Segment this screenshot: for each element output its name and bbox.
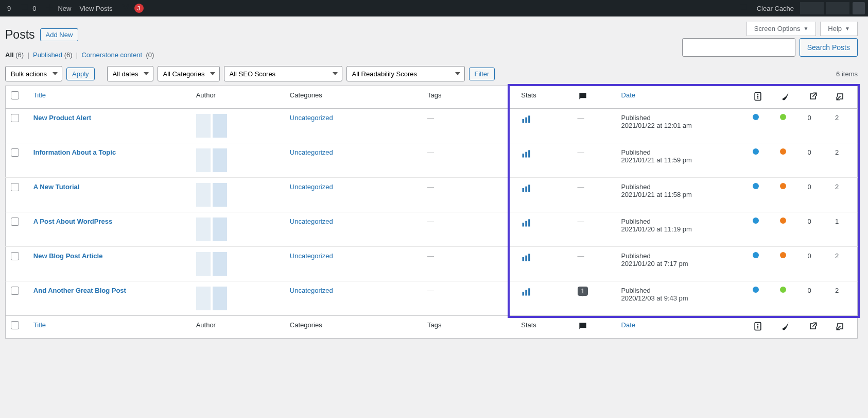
comment-icon bbox=[19, 3, 29, 14]
readability-score-dot bbox=[780, 183, 786, 189]
category-link[interactable]: Uncategorized bbox=[290, 148, 333, 156]
adminbar-notifications[interactable] bbox=[734, 0, 753, 16]
author-avatar bbox=[196, 183, 280, 207]
readability-icon bbox=[780, 91, 790, 103]
svg-point-1 bbox=[757, 94, 758, 95]
select-all-checkbox[interactable] bbox=[11, 91, 19, 99]
filter-all[interactable]: All bbox=[5, 51, 14, 59]
col-title-foot[interactable]: Title bbox=[33, 321, 46, 329]
tags-value: — bbox=[427, 183, 434, 191]
comments-value: — bbox=[578, 148, 584, 156]
category-filter-select[interactable]: All Categories bbox=[158, 66, 220, 81]
incoming-links-icon bbox=[835, 321, 845, 333]
date-status: Published bbox=[621, 148, 651, 156]
select-all-checkbox-foot[interactable] bbox=[11, 321, 19, 329]
post-title-link[interactable]: New Blog Post Article bbox=[33, 252, 103, 260]
adminbar-view-posts[interactable]: View Posts bbox=[75, 0, 116, 16]
col-author: Author bbox=[196, 91, 216, 99]
site-count: 9 bbox=[7, 5, 11, 12]
tags-value: — bbox=[427, 218, 434, 225]
stats-icon[interactable] bbox=[521, 153, 531, 160]
comment-icon bbox=[738, 3, 749, 14]
yoast-icon bbox=[121, 3, 131, 14]
search-input[interactable] bbox=[682, 38, 795, 57]
adminbar-new[interactable]: New bbox=[40, 0, 75, 16]
seo-score-dot bbox=[753, 148, 759, 155]
outgoing-links-count: 0 bbox=[808, 148, 811, 156]
help-toggle[interactable]: Help▼ bbox=[820, 22, 858, 36]
category-link[interactable]: Uncategorized bbox=[290, 183, 333, 191]
readability-filter-select[interactable]: All Readability Scores bbox=[346, 66, 465, 81]
svg-rect-11 bbox=[526, 187, 527, 192]
bulk-actions-select[interactable]: Bulk actions bbox=[5, 66, 62, 81]
incoming-links-icon bbox=[835, 91, 845, 103]
search-posts-button[interactable]: Search Posts bbox=[800, 38, 858, 57]
outgoing-links-count: 0 bbox=[808, 252, 811, 260]
category-link[interactable]: Uncategorized bbox=[290, 287, 333, 294]
col-categories: Categories bbox=[290, 91, 322, 99]
incoming-links-count: 2 bbox=[835, 148, 839, 156]
yoast-badge: 3 bbox=[134, 4, 144, 13]
row-checkbox[interactable] bbox=[11, 183, 19, 191]
adminbar-avatar[interactable] bbox=[853, 2, 865, 14]
row-checkbox[interactable] bbox=[11, 218, 19, 226]
incoming-links-count: 2 bbox=[835, 252, 839, 260]
outgoing-links-count: 0 bbox=[808, 114, 811, 122]
svg-rect-10 bbox=[523, 188, 524, 192]
screen-options-toggle[interactable]: Screen Options▼ bbox=[747, 22, 817, 36]
stats-icon[interactable] bbox=[521, 118, 531, 126]
filter-published[interactable]: Published bbox=[33, 51, 62, 59]
comment-count-badge[interactable]: 1 bbox=[578, 287, 588, 296]
adminbar-clear-cache[interactable]: Clear Cache bbox=[753, 0, 798, 16]
col-date[interactable]: Date bbox=[621, 91, 635, 99]
comments-value: — bbox=[578, 183, 584, 191]
screen-options-label: Screen Options bbox=[754, 25, 801, 32]
date-status: Published bbox=[621, 287, 651, 294]
svg-rect-20 bbox=[526, 290, 527, 296]
filter-button[interactable]: Filter bbox=[469, 68, 495, 80]
post-title-link[interactable]: Information About a Topic bbox=[33, 148, 116, 156]
apply-button[interactable]: Apply bbox=[66, 68, 95, 80]
seo-score-dot bbox=[753, 252, 759, 258]
col-date-foot[interactable]: Date bbox=[621, 321, 635, 329]
row-checkbox[interactable] bbox=[11, 287, 19, 295]
category-link[interactable]: Uncategorized bbox=[290, 114, 333, 122]
category-link[interactable]: Uncategorized bbox=[290, 218, 333, 225]
col-title[interactable]: Title bbox=[33, 91, 46, 99]
add-new-button[interactable]: Add New bbox=[40, 28, 79, 41]
adminbar-site-count[interactable]: 9 bbox=[3, 0, 15, 16]
adminbar-user-block-2[interactable] bbox=[826, 2, 849, 14]
tags-value: — bbox=[427, 148, 434, 156]
svg-point-3 bbox=[757, 97, 758, 99]
screen-meta-links: Screen Options▼ Help▼ bbox=[747, 22, 858, 36]
adminbar-user-block[interactable] bbox=[800, 2, 824, 14]
svg-point-24 bbox=[757, 326, 758, 327]
stats-icon[interactable] bbox=[521, 222, 531, 229]
row-checkbox[interactable] bbox=[11, 252, 19, 260]
svg-rect-12 bbox=[528, 185, 530, 192]
post-title-link[interactable]: A New Tutorial bbox=[33, 183, 80, 191]
adminbar-yoast[interactable]: 3 bbox=[117, 0, 148, 16]
date-status: Published bbox=[621, 252, 651, 260]
row-checkbox[interactable] bbox=[11, 148, 19, 157]
seo-filter-select[interactable]: All SEO Scores bbox=[224, 66, 342, 81]
category-link[interactable]: Uncategorized bbox=[290, 252, 333, 260]
svg-rect-17 bbox=[526, 256, 527, 261]
svg-rect-21 bbox=[528, 288, 530, 295]
stats-icon[interactable] bbox=[521, 187, 531, 195]
stats-icon[interactable] bbox=[521, 256, 531, 264]
comments-value: — bbox=[578, 218, 584, 225]
adminbar-comments[interactable]: 0 bbox=[15, 0, 40, 16]
row-checkbox[interactable] bbox=[11, 114, 19, 122]
post-title-link[interactable]: A Post About WordPress bbox=[33, 218, 112, 225]
date-filter-select[interactable]: All dates bbox=[107, 66, 153, 81]
col-author-foot: Author bbox=[196, 321, 216, 329]
date-status: Published bbox=[621, 218, 651, 225]
stats-icon[interactable] bbox=[521, 291, 531, 298]
post-title-link[interactable]: And Another Great Blog Post bbox=[33, 287, 126, 294]
post-title-link[interactable]: New Product Alert bbox=[33, 114, 91, 122]
filter-cornerstone[interactable]: Cornerstone content bbox=[81, 51, 142, 59]
posts-table: Title Author Categories Tags Stats Date … bbox=[5, 86, 858, 339]
col-stats: Stats bbox=[521, 91, 536, 99]
new-label: New bbox=[58, 5, 71, 12]
